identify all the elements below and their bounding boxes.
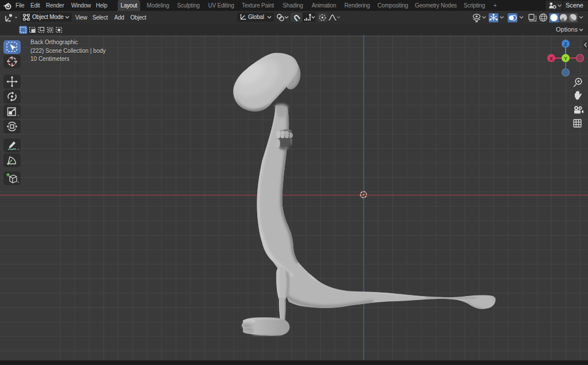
svg-text:Y: Y: [564, 56, 567, 62]
svg-text:X: X: [550, 56, 553, 62]
svg-text:Z: Z: [564, 41, 567, 47]
